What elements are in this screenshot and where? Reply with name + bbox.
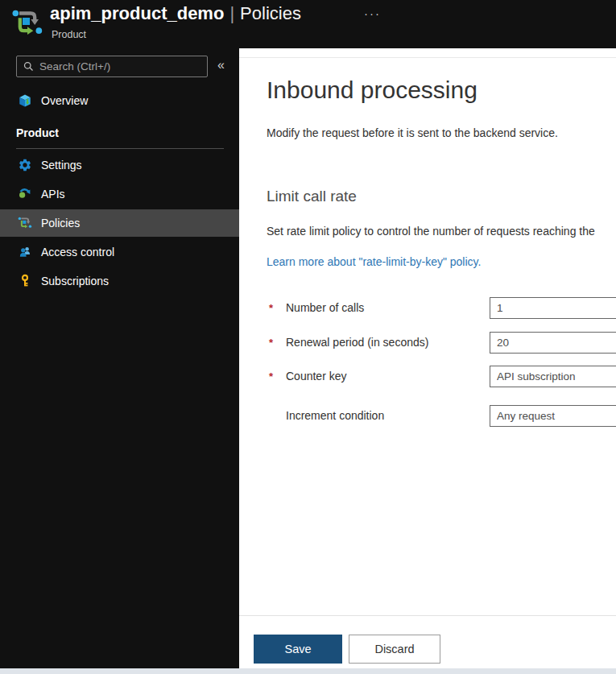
search-input[interactable] — [35, 60, 207, 72]
required-marker: * — [269, 370, 273, 382]
form-field-row: Increment condition — [239, 405, 616, 427]
sidebar-item-subscriptions[interactable]: Subscriptions — [0, 267, 239, 295]
field-label: Counter key — [286, 370, 346, 382]
overview-cube-icon — [18, 93, 32, 108]
required-marker: * — [269, 302, 273, 314]
page-title: Inbound processing — [267, 76, 478, 104]
search-icon — [23, 60, 35, 72]
increment-condition-select[interactable] — [490, 405, 616, 427]
sidebar-item-label: Policies — [41, 217, 80, 229]
page-header: apim_product_demo|Policies ··· Product — [0, 0, 616, 48]
renewal-period-input[interactable] — [490, 332, 616, 354]
number-of-calls-input[interactable] — [490, 297, 616, 319]
section-title: Limit call rate — [267, 188, 357, 205]
save-button[interactable]: Save — [254, 635, 342, 664]
policies-resource-icon — [11, 7, 43, 39]
sidebar-item-apis[interactable]: APIs — [0, 180, 239, 208]
resource-type-label: Product — [52, 29, 86, 40]
sidebar-item-access-control[interactable]: Access control — [0, 238, 239, 266]
footer-divider — [239, 615, 616, 616]
form-field-row: * Renewal period (in seconds) — [239, 332, 616, 354]
sidebar-item-label: Subscriptions — [41, 275, 109, 287]
collapse-sidebar-icon[interactable]: « — [217, 58, 225, 72]
form-field-row: * Counter key — [239, 366, 616, 387]
sidebar-item-label: Overview — [41, 94, 88, 107]
policies-icon — [18, 216, 32, 230]
title-separator: | — [229, 3, 234, 23]
form-field-row: * Number of calls — [239, 297, 616, 319]
field-label: Number of calls — [286, 301, 364, 314]
key-icon — [18, 274, 32, 288]
page-description: Modify the request before it is sent to … — [267, 126, 558, 139]
sidebar-nav: « Overview Product Settings — [0, 48, 239, 674]
content-top-divider — [239, 57, 616, 58]
blade-name: Policies — [240, 3, 301, 23]
sidebar-item-label: Settings — [41, 159, 82, 172]
field-label: Renewal period (in seconds) — [286, 336, 428, 349]
sidebar-item-label: APIs — [41, 188, 65, 201]
more-options-icon[interactable]: ··· — [364, 6, 381, 20]
main-content: Inbound processing Modify the request be… — [239, 48, 616, 674]
resource-name: apim_product_demo — [50, 3, 224, 23]
sidebar-section-product: Product — [16, 126, 59, 139]
apis-icon — [18, 187, 32, 201]
sidebar-divider — [16, 148, 224, 149]
bottom-edge-strip — [0, 668, 616, 674]
field-label: Increment condition — [286, 409, 384, 422]
gear-icon — [18, 158, 32, 172]
counter-key-select[interactable] — [490, 366, 616, 387]
sidebar-item-overview[interactable]: Overview — [0, 87, 239, 114]
sidebar-item-label: Access control — [41, 246, 114, 258]
section-description: Set rate limit policy to control the num… — [267, 225, 595, 238]
required-marker: * — [269, 337, 273, 349]
sidebar-search[interactable] — [16, 56, 208, 77]
discard-button[interactable]: Discard — [349, 635, 440, 664]
sidebar-item-settings[interactable]: Settings — [0, 151, 239, 179]
page-title-bar: apim_product_demo|Policies — [50, 3, 301, 24]
people-icon — [18, 245, 32, 259]
sidebar-item-policies[interactable]: Policies — [0, 209, 239, 237]
learn-more-link[interactable]: Learn more about "rate-limit-by-key" pol… — [267, 255, 481, 268]
